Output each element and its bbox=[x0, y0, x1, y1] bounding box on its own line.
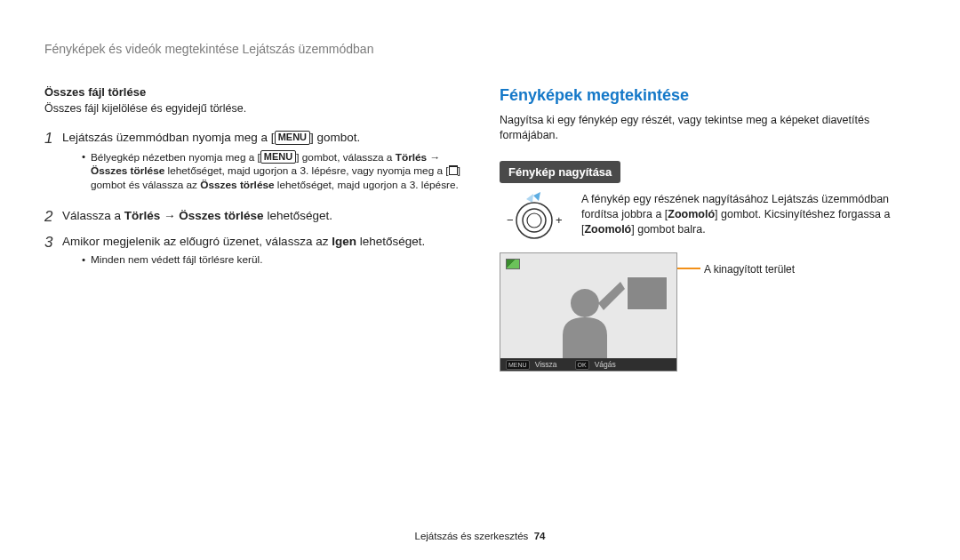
step-num: 3 bbox=[44, 233, 62, 276]
footer-section: Lejátszás és szerkesztés bbox=[414, 531, 528, 541]
step-num: 1 bbox=[44, 129, 62, 202]
svg-point-1 bbox=[523, 209, 546, 232]
callout-line bbox=[677, 268, 700, 269]
menu-icon: MENU bbox=[275, 131, 310, 144]
step1-bullet: Bélyegkép nézetben nyomja meg a [MENU] g… bbox=[82, 150, 460, 194]
step-1: 1 Lejátszás üzemmódban nyomja meg a [MEN… bbox=[44, 129, 460, 202]
cut-label: Vágás bbox=[595, 360, 616, 370]
right-column: Fényképek megtekintése Nagyítsa ki egy f… bbox=[500, 84, 916, 372]
page-footer: Lejátszás és szerkesztés 74 bbox=[0, 530, 960, 544]
svg-point-2 bbox=[527, 213, 541, 228]
subheading-desc: Összes fájl kijelölése és egyidejű törlé… bbox=[44, 101, 460, 116]
callout-zoom: Fénykép nagyítása bbox=[500, 161, 620, 184]
zoom-area-indicator bbox=[627, 276, 668, 310]
section-heading: Fényképek megtekintése bbox=[500, 84, 916, 106]
photo-silhouette bbox=[536, 273, 634, 371]
ok-button-icon: OK bbox=[575, 360, 589, 370]
zoom-dial-icon: − + bbox=[500, 192, 569, 242]
back-label: Vissza bbox=[535, 360, 557, 370]
trash-icon bbox=[449, 165, 458, 175]
breadcrumb: Fényképek és videók megtekintése Lejátsz… bbox=[44, 41, 916, 58]
camera-screen-preview: MENU Vissza OK Vágás bbox=[500, 252, 677, 372]
section-intro: Nagyítsa ki egy fénykép egy részét, vagy… bbox=[500, 113, 916, 143]
menu-button-icon: MENU bbox=[506, 360, 530, 370]
camera-screen-bar: MENU Vissza OK Vágás bbox=[500, 358, 676, 371]
page-number: 74 bbox=[534, 531, 546, 541]
zoom-instruction: A fénykép egy részének nagyításához Lejá… bbox=[581, 192, 916, 237]
svg-text:+: + bbox=[556, 213, 563, 227]
step-3: 3 Amikor megjelenik az előugró üzenet, v… bbox=[44, 233, 460, 276]
svg-text:−: − bbox=[507, 213, 514, 227]
zoom-area-label: A kinagyított terület bbox=[704, 262, 795, 276]
step-2: 2 Válassza a Törlés → Összes törlése leh… bbox=[44, 207, 460, 228]
step1-text-b: ] gombot. bbox=[310, 131, 360, 144]
svg-point-0 bbox=[516, 203, 552, 238]
thumbnail-icon bbox=[506, 259, 520, 269]
step3-bullet: Minden nem védett fájl törlésre kerül. bbox=[82, 253, 460, 268]
subheading-delete-all: Összes fájl törlése bbox=[44, 84, 460, 100]
left-column: Összes fájl törlése Összes fájl kijelölé… bbox=[44, 84, 460, 372]
menu-icon: MENU bbox=[260, 150, 296, 164]
step-num: 2 bbox=[44, 207, 62, 228]
step1-text-a: Lejátszás üzemmódban nyomja meg a [ bbox=[62, 131, 275, 144]
